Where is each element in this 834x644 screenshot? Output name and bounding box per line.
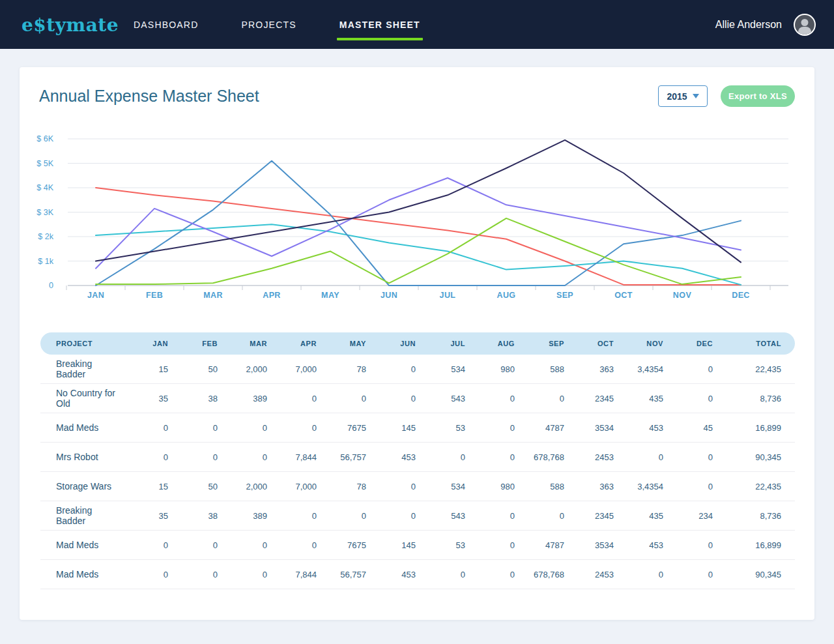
- table-row: Mad Meds0007,84456,75745300678,768245300…: [40, 560, 795, 589]
- cell-total: 8,736: [713, 511, 781, 521]
- column-header-jul: JUL: [416, 340, 465, 347]
- y-axis-tick-label: $ 4K: [36, 183, 53, 192]
- user-menu[interactable]: Allie Anderson: [715, 0, 816, 49]
- column-header-jan: JAN: [119, 340, 168, 347]
- table-row: Breaking Badder15502,0007,00078053498058…: [40, 355, 795, 384]
- cell-mar: 2,000: [218, 482, 267, 491]
- cell-nov: 0: [614, 570, 663, 579]
- y-axis-tick-label: $ 3K: [36, 208, 53, 217]
- nav-item-master-sheet[interactable]: MASTER SHEET: [338, 14, 422, 35]
- table-row: Mad Meds0000767514553047873534453016,899: [40, 531, 795, 560]
- nav-item-dashboard[interactable]: DASHBOARD: [132, 14, 199, 35]
- cell-dec: 0: [663, 482, 713, 491]
- cell-jul: 0: [416, 570, 465, 579]
- cell-jun: 453: [366, 452, 416, 462]
- cell-oct: 2453: [564, 570, 614, 579]
- cell-jun: 0: [366, 511, 416, 521]
- cell-sep: 678,768: [515, 452, 564, 462]
- chart-line-cyan: [96, 224, 741, 285]
- cell-may: 0: [317, 394, 366, 403]
- user-name: Allie Anderson: [715, 19, 782, 31]
- column-header-project: PROJECT: [40, 340, 119, 347]
- column-header-sep: SEP: [515, 340, 564, 347]
- cell-nov: 3,4354: [614, 364, 663, 374]
- column-header-may: MAY: [317, 340, 366, 347]
- cell-jul: 534: [416, 364, 465, 374]
- cell-sep: 678,768: [515, 570, 564, 579]
- cell-dec: 234: [663, 511, 713, 521]
- cell-jan: 35: [119, 394, 168, 403]
- x-axis-month-label: DEC: [732, 291, 750, 300]
- x-axis-month-label: AUG: [497, 291, 516, 300]
- chart-line-navy: [96, 140, 741, 263]
- brand-logo[interactable]: e$tymate: [22, 14, 119, 35]
- cell-oct: 363: [564, 482, 614, 491]
- cell-nov: 453: [614, 423, 663, 433]
- column-header-mar: MAR: [218, 340, 267, 347]
- cell-apr: 0: [267, 394, 317, 403]
- cell-sep: 588: [515, 482, 564, 491]
- chart-line-red: [96, 188, 741, 285]
- cell-mar: 0: [218, 570, 267, 579]
- cell-oct: 2453: [564, 452, 614, 462]
- chevron-down-icon: [693, 94, 699, 98]
- nav-item-projects[interactable]: PROJECTS: [240, 14, 297, 35]
- chart-line-green: [96, 218, 741, 284]
- cell-nov: 435: [614, 394, 663, 403]
- cell-dec: 0: [663, 540, 713, 550]
- cell-nov: 3,4354: [614, 482, 663, 491]
- cell-jul: 543: [416, 511, 465, 521]
- x-axis-month-label: OCT: [614, 291, 633, 300]
- cell-aug: 980: [465, 364, 515, 374]
- cell-oct: 3534: [564, 423, 614, 433]
- cell-nov: 453: [614, 540, 663, 550]
- page-title: Annual Expense Master Sheet: [39, 87, 259, 106]
- column-header-total: TOTAL: [713, 340, 781, 347]
- cell-apr: 0: [267, 423, 317, 433]
- project-name: Mad Meds: [40, 540, 119, 550]
- cell-jan: 15: [119, 482, 168, 491]
- cell-feb: 50: [168, 364, 218, 374]
- y-axis-tick-label: $ 6K: [36, 134, 53, 143]
- top-navigation-bar: e$tymate DASHBOARD PROJECTS MASTER SHEET…: [0, 0, 834, 49]
- cell-total: 22,435: [713, 482, 781, 491]
- cell-total: 22,435: [713, 364, 781, 374]
- cell-aug: 0: [465, 423, 515, 433]
- cell-jul: 0: [416, 452, 465, 462]
- project-name: Mad Meds: [40, 422, 119, 433]
- cell-mar: 0: [218, 452, 267, 462]
- cell-apr: 0: [267, 511, 317, 521]
- y-axis-tick-label: $ 1k: [38, 257, 53, 266]
- y-axis-tick-label: $ 5K: [36, 159, 53, 168]
- export-to-xls-button[interactable]: Export to XLS: [721, 85, 795, 107]
- cell-sep: 4787: [515, 423, 564, 433]
- cell-feb: 50: [168, 482, 218, 491]
- cell-jan: 0: [119, 452, 168, 462]
- year-dropdown[interactable]: 2015: [658, 85, 708, 107]
- cell-total: 90,345: [713, 570, 781, 579]
- column-header-jun: JUN: [366, 340, 416, 347]
- project-name: Mad Meds: [40, 569, 119, 579]
- cell-may: 56,757: [317, 452, 366, 462]
- cell-jul: 53: [416, 540, 465, 550]
- cell-feb: 0: [168, 423, 218, 433]
- cell-apr: 7,844: [267, 452, 317, 462]
- cell-jan: 15: [119, 364, 168, 374]
- table-header-row: PROJECTJANFEBMARAPRMAYJUNJULAUGSEPOCTNOV…: [40, 332, 795, 355]
- cell-dec: 45: [663, 423, 713, 433]
- cell-aug: 0: [465, 570, 515, 579]
- project-name: Breaking Badder: [40, 359, 119, 379]
- cell-apr: 0: [267, 540, 317, 550]
- cell-nov: 0: [614, 452, 663, 462]
- y-axis-tick-label: 0: [49, 281, 53, 290]
- table-row: Breaking Badder3538389000543002345435234…: [40, 501, 795, 531]
- cell-mar: 389: [218, 394, 267, 403]
- cell-aug: 0: [465, 511, 515, 521]
- year-dropdown-value: 2015: [667, 91, 687, 102]
- column-header-feb: FEB: [168, 340, 218, 347]
- project-name: No Country for Old: [40, 388, 119, 409]
- cell-aug: 0: [465, 540, 515, 550]
- cell-jul: 543: [416, 394, 465, 403]
- master-sheet-card: Annual Expense Master Sheet 2015 Export …: [20, 67, 814, 620]
- cell-jun: 145: [366, 540, 416, 550]
